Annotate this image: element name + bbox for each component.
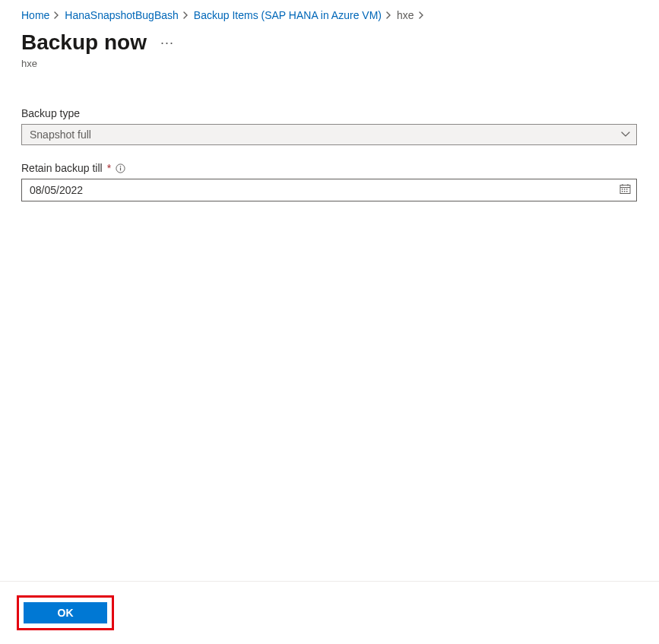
backup-type-label: Backup type <box>21 107 80 119</box>
field-retain-till: Retain backup till * <box>21 162 638 201</box>
retain-till-label: Retain backup till <box>21 162 103 174</box>
breadcrumb-backup-items[interactable]: Backup Items (SAP HANA in Azure VM) <box>194 8 382 23</box>
ok-button[interactable]: OK <box>24 602 107 623</box>
highlight-annotation: OK <box>17 595 114 630</box>
page-subtitle: hxe <box>21 58 659 69</box>
required-indicator: * <box>107 162 111 174</box>
svg-rect-12 <box>626 191 628 192</box>
svg-rect-10 <box>622 191 623 192</box>
calendar-icon[interactable] <box>619 183 631 197</box>
breadcrumb: Home HanaSnapshotBugBash Backup Items (S… <box>0 0 659 26</box>
page-title: Backup now <box>21 30 147 55</box>
form: Backup type Snapshot full Retain backup … <box>0 69 659 218</box>
svg-rect-9 <box>626 189 628 190</box>
backup-type-value: Snapshot full <box>21 124 637 145</box>
field-backup-type: Backup type Snapshot full <box>21 107 638 145</box>
chevron-right-icon <box>183 11 189 19</box>
breadcrumb-vault[interactable]: HanaSnapshotBugBash <box>65 8 178 23</box>
footer: OK <box>0 581 659 644</box>
svg-rect-2 <box>120 167 121 170</box>
page-header: Backup now ··· hxe <box>0 26 659 69</box>
svg-point-1 <box>120 166 122 167</box>
info-icon[interactable] <box>116 163 125 173</box>
breadcrumb-current[interactable]: hxe <box>397 8 414 23</box>
svg-rect-11 <box>624 191 626 192</box>
backup-type-select[interactable]: Snapshot full <box>21 124 637 145</box>
breadcrumb-home[interactable]: Home <box>21 8 49 23</box>
svg-rect-8 <box>624 189 626 190</box>
chevron-right-icon <box>386 11 392 19</box>
chevron-right-icon <box>54 11 60 19</box>
retain-till-input[interactable] <box>21 179 637 201</box>
chevron-right-icon <box>419 11 425 19</box>
svg-rect-7 <box>622 189 623 190</box>
more-icon[interactable]: ··· <box>160 35 174 51</box>
